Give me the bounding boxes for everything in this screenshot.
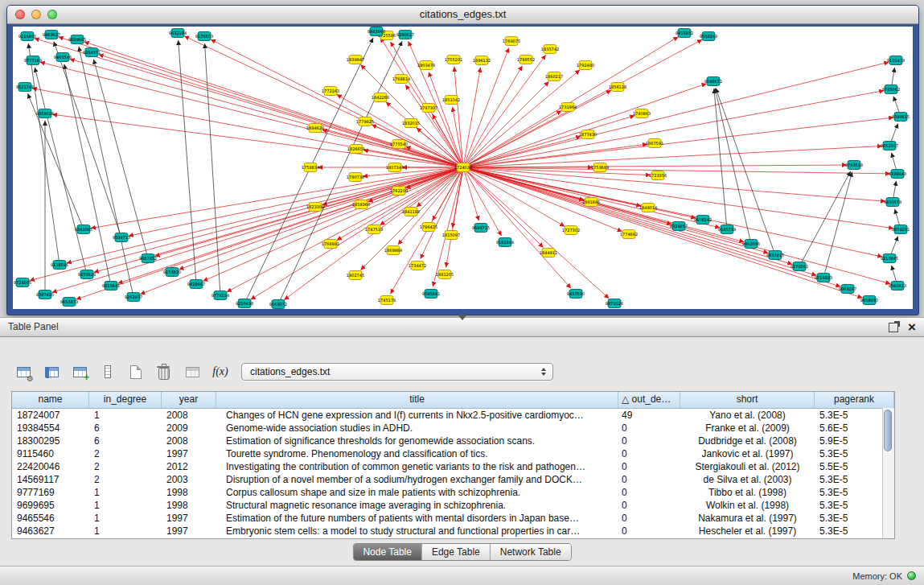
network-node-label: 9145739 — [718, 227, 736, 232]
table-row[interactable]: 1456911722003Disruption of a novel membe… — [12, 473, 894, 486]
memory-indicator-icon — [907, 571, 916, 580]
table-cell: Investigating the contribution of common… — [216, 460, 618, 473]
network-node-label: 9262907 — [125, 295, 142, 299]
column-header-short[interactable]: short — [680, 392, 815, 408]
minimize-window-button[interactable] — [31, 10, 41, 19]
table-row[interactable]: 946362711997Embryonic stem cells: a mode… — [12, 525, 894, 538]
table-row[interactable]: 977716911998Corpus callosum shape and si… — [12, 486, 894, 499]
network-graph[interactable]: 1724038185104217973071832015177554018073… — [13, 27, 913, 309]
network-edge — [454, 67, 463, 163]
network-edge — [715, 89, 750, 239]
zoom-window-button[interactable] — [47, 10, 57, 19]
network-node-label: 1753689 — [591, 165, 609, 170]
table-cell: 2 — [89, 460, 162, 473]
network-edge — [468, 168, 893, 229]
table-selector-value: citations_edges.txt — [250, 366, 539, 377]
network-node-label: 9428967 — [187, 282, 205, 286]
network-node-label: 1903478 — [417, 63, 435, 68]
page-glyph — [130, 365, 142, 379]
table-cell: 2 — [89, 473, 162, 486]
column-header-year[interactable]: year — [162, 392, 216, 408]
table-cell: 2 — [89, 447, 162, 460]
network-canvas[interactable]: 1724038185104217973071832015177554018073… — [13, 27, 913, 309]
table-row[interactable]: 1872400712008Changes of HCN gene express… — [12, 409, 894, 422]
table-cell: 1998 — [162, 486, 216, 499]
table-cell: 19384554 — [12, 422, 89, 435]
table-cell: 2008 — [162, 435, 216, 447]
table-cell: Dudbridge et al. (2008) — [680, 435, 815, 447]
table-cell: Hescheler et al. (1997) — [680, 525, 815, 538]
tab-network-table[interactable]: Network Table — [490, 544, 571, 560]
network-node-label: 1724038 — [454, 165, 472, 170]
table-cell: Disruption of a novel member of a sodium… — [216, 473, 618, 486]
table-cell: 9463627 — [12, 525, 89, 538]
close-window-button[interactable] — [15, 10, 25, 19]
network-node-label: 9341085 — [75, 227, 92, 232]
tab-node-table[interactable]: Node Table — [353, 544, 421, 560]
table-cell: Stergiakouli et al. (2012) — [680, 460, 815, 473]
memory-status: Memory: OK — [852, 571, 902, 581]
table-row[interactable]: 1830029562008Estimation of significance … — [12, 435, 894, 447]
close-panel-icon[interactable]: × — [908, 320, 916, 334]
float-panel-icon[interactable] — [889, 323, 898, 332]
column-header-pagerank[interactable]: pagerank — [815, 392, 894, 408]
splitter-handle[interactable] — [458, 315, 467, 320]
network-edge — [467, 170, 565, 226]
network-node-label: 1881205 — [436, 272, 454, 277]
network-node-label: 9594713 — [113, 235, 130, 240]
table-row[interactable]: 969969511998Structural magnetic resonanc… — [12, 499, 894, 512]
network-node-label: 9210438 — [236, 301, 253, 306]
network-node-label: 1786425 — [420, 225, 437, 229]
table-cell: Corpus callosum shape and size in male p… — [216, 486, 618, 499]
network-node-label: 9563072 — [269, 302, 287, 307]
table-scrollbar[interactable] — [882, 408, 894, 538]
table-row[interactable]: 1938455462009Genome-wide association stu… — [12, 422, 894, 435]
network-edge — [468, 169, 863, 298]
window-title: citations_edges.txt — [7, 6, 918, 23]
network-node-label: 1740863 — [633, 111, 651, 116]
table-tabs: Node TableEdge TableNetwork Table — [352, 543, 571, 561]
table-cell: Yano et al. (2008) — [680, 409, 815, 422]
delete-table-icon[interactable] — [154, 361, 175, 382]
table-row[interactable]: 911546021997Tourette syndrome. Phenomeno… — [12, 447, 894, 460]
column-header-title[interactable]: title — [216, 392, 618, 408]
table-cell: 1 — [89, 486, 162, 499]
table-row[interactable]: 946554611997Estimation of the future num… — [12, 512, 894, 525]
column-header-in_degree[interactable]: in_degree — [89, 392, 162, 408]
network-node-label: 1860217 — [545, 74, 563, 79]
network-edge — [467, 37, 678, 165]
network-edge — [91, 168, 458, 229]
table-selector-dropdown[interactable]: citations_edges.txt — [241, 363, 553, 381]
network-node-label: 1815097 — [442, 233, 460, 237]
scrollbar-thumb[interactable] — [884, 410, 892, 451]
window-titlebar[interactable]: citations_edges.txt — [7, 6, 918, 24]
table-cell: 0 — [618, 435, 680, 447]
network-edge — [118, 169, 459, 283]
network-node-label: 9284371 — [83, 50, 101, 55]
table-row[interactable]: 2242004622012Investigating the contribut… — [12, 460, 894, 473]
table-mode-icon[interactable]: ⚙ — [13, 361, 34, 382]
network-node-label: 9398615 — [892, 114, 910, 119]
table-cell: 2008 — [162, 409, 216, 422]
table-cell: 0 — [618, 486, 680, 499]
delete-column-icon[interactable] — [97, 361, 118, 382]
create-column-icon[interactable]: + — [69, 361, 90, 382]
gear-icon: ⚙ — [27, 375, 34, 383]
network-window: citations_edges.txt 17240381851042179730… — [6, 5, 919, 315]
tab-edge-table[interactable]: Edge Table — [421, 544, 490, 560]
network-edge — [179, 169, 458, 270]
network-edge — [468, 146, 882, 167]
column-header-name[interactable]: name — [12, 392, 89, 408]
function-builder-icon[interactable]: f(x) — [210, 361, 231, 382]
table-cell: 18724007 — [12, 409, 89, 422]
table-panel-header: Table Panel × — [0, 317, 924, 337]
column-header-out_de[interactable]: △ out_de… — [618, 392, 680, 408]
network-node-label: 9568249 — [700, 34, 717, 39]
show-columns-icon[interactable] — [41, 361, 62, 382]
new-table-icon[interactable] — [125, 361, 146, 382]
table-cell: 1 — [89, 499, 162, 512]
network-node-label: 9648715 — [472, 225, 490, 230]
table-panel: Table Panel × ⚙ + f(x — [0, 317, 924, 566]
import-table-icon[interactable] — [182, 361, 203, 382]
table-cell: 9699695 — [12, 499, 89, 512]
